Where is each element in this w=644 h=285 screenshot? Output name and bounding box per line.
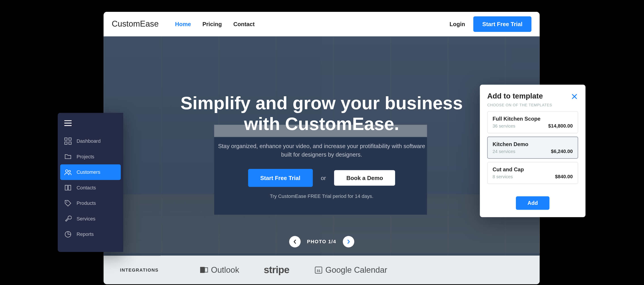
template-price: $840.00 xyxy=(555,174,573,180)
pie-icon xyxy=(64,231,72,238)
template-price: $6,240.00 xyxy=(551,149,573,154)
folder-icon xyxy=(64,153,72,160)
nav-link-contact[interactable]: Contact xyxy=(233,20,254,27)
sidebar-item-reports[interactable]: Reports xyxy=(58,227,123,242)
hero-subtitle: Stay organized, enhance your video, and … xyxy=(215,142,428,159)
nav-link-home[interactable]: Home xyxy=(175,20,191,27)
chevron-left-icon xyxy=(293,240,297,244)
hero-ctas: Start Free Trial or Book a Demo xyxy=(248,169,395,187)
sidebar-item-label: Customers xyxy=(76,169,100,175)
sidebar-item-label: Projects xyxy=(76,154,94,159)
integrations-bar: INTEGRATIONS Outlook stripe 31 Google Ca… xyxy=(104,256,540,284)
nav-link-pricing[interactable]: Pricing xyxy=(202,20,222,27)
template-services: 8 services xyxy=(492,174,513,179)
login-link[interactable]: Login xyxy=(450,20,465,27)
sidebar-item-label: Dashboard xyxy=(76,138,100,144)
sidebar-item-label: Contacts xyxy=(76,185,96,191)
book-demo-button[interactable]: Book a Demo xyxy=(334,170,395,186)
grid-icon xyxy=(64,137,72,145)
tag-icon xyxy=(64,200,72,207)
calendar-icon: 31 xyxy=(314,265,323,274)
svg-rect-0 xyxy=(200,267,205,273)
template-name: Full Kitchen Scope xyxy=(492,116,573,122)
template-card-title: Add to template xyxy=(487,92,543,100)
sidebar-item-label: Products xyxy=(76,200,96,206)
wrench-icon xyxy=(64,215,72,223)
template-card-sublabel: CHOOSE ON OF THE TEMPLATES xyxy=(487,103,578,107)
brand-logo[interactable]: CustomEase xyxy=(112,19,159,28)
chevron-right-icon xyxy=(346,240,350,244)
sidebar-item-label: Services xyxy=(76,216,95,222)
sidebar-item-label: Reports xyxy=(76,231,94,237)
users-icon xyxy=(64,168,72,176)
sidebar-item-customers[interactable]: Customers xyxy=(60,164,121,180)
start-trial-button[interactable]: Start Free Trial xyxy=(474,16,532,32)
template-card-header: Add to template xyxy=(487,92,578,100)
svg-rect-6 xyxy=(64,142,67,144)
close-icon[interactable] xyxy=(571,93,578,100)
template-add-row: Add xyxy=(487,196,578,210)
trial-note: Try CustomEase FREE Trial period for 14 … xyxy=(270,193,374,199)
svg-rect-4 xyxy=(64,138,67,140)
template-option-kitchen-demo[interactable]: Kitchen Demo 24 services $6,240.00 xyxy=(487,137,578,159)
svg-text:31: 31 xyxy=(316,269,320,273)
photo-counter: PHOTO 1/4 xyxy=(307,239,336,245)
integration-google-calendar: 31 Google Calendar xyxy=(314,265,387,275)
template-services: 36 services xyxy=(492,123,516,128)
integrations-label: INTEGRATIONS xyxy=(120,267,158,272)
template-option-full-kitchen[interactable]: Full Kitchen Scope 36 services $14,800.0… xyxy=(487,111,578,133)
template-name: Cut and Cap xyxy=(492,166,573,172)
nav-right: Login Start Free Trial xyxy=(450,16,531,32)
template-name: Kitchen Demo xyxy=(492,141,573,147)
nav-links: Home Pricing Contact xyxy=(175,20,450,27)
sidebar-item-projects[interactable]: Projects xyxy=(58,149,123,164)
sidebar-item-contacts[interactable]: Contacts xyxy=(58,180,123,196)
sidebar-item-services[interactable]: Services xyxy=(58,211,123,227)
template-card: Add to template CHOOSE ON OF THE TEMPLAT… xyxy=(480,85,586,217)
outlook-icon xyxy=(200,265,208,274)
add-button[interactable]: Add xyxy=(516,196,550,210)
hero-content: Simplify and grow your business with Cus… xyxy=(104,36,540,256)
hero-start-trial-button[interactable]: Start Free Trial xyxy=(248,169,312,187)
top-nav: CustomEase Home Pricing Contact Login St… xyxy=(104,12,540,36)
carousel-prev-button[interactable] xyxy=(289,236,300,247)
hero-title: Simplify and grow your business with Cus… xyxy=(178,93,465,134)
integration-outlook: Outlook xyxy=(200,265,239,275)
photo-carousel: PHOTO 1/4 xyxy=(289,236,354,247)
sidebar-item-products[interactable]: Products xyxy=(58,195,123,211)
template-services: 24 services xyxy=(492,149,516,154)
sidebar-item-dashboard[interactable]: Dashboard xyxy=(58,133,123,149)
svg-point-8 xyxy=(66,170,68,172)
template-option-cut-cap[interactable]: Cut and Cap 8 services $840.00 xyxy=(487,162,578,184)
svg-point-10 xyxy=(66,202,67,202)
template-price: $14,800.00 xyxy=(548,123,573,129)
svg-rect-7 xyxy=(69,142,71,144)
hamburger-button[interactable] xyxy=(58,120,123,133)
hero-section: Simplify and grow your business with Cus… xyxy=(104,36,540,256)
svg-rect-5 xyxy=(69,138,71,140)
integration-stripe: stripe xyxy=(264,264,289,276)
sidebar-panel: Dashboard Projects Customers Contacts Pr… xyxy=(58,113,123,252)
hamburger-icon xyxy=(64,120,72,126)
svg-point-9 xyxy=(69,170,70,172)
book-icon xyxy=(64,184,72,191)
carousel-next-button[interactable] xyxy=(343,236,354,247)
svg-rect-1 xyxy=(205,268,208,272)
or-text: or xyxy=(321,174,326,181)
main-window: CustomEase Home Pricing Contact Login St… xyxy=(104,12,540,284)
